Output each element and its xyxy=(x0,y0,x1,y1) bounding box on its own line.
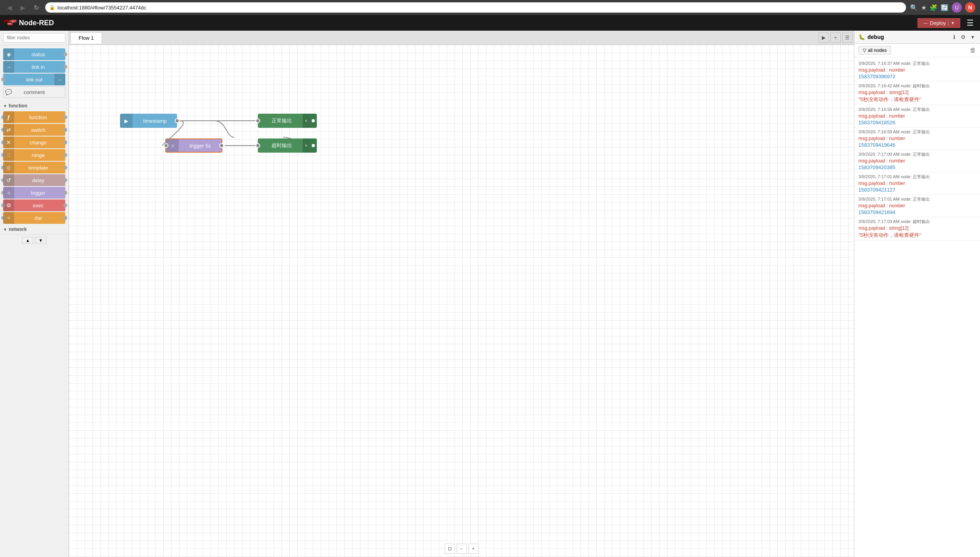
debug-message-0[interactable]: 3/9/2020, 7:16:37 AM node: 正常输出msg.paylo… xyxy=(854,59,980,81)
category-network-header[interactable]: ▼ network xyxy=(0,225,68,234)
debug-msg-key-5: msg.payload : number xyxy=(858,181,976,186)
normal-output-dot xyxy=(312,119,315,122)
debug-msg-header-6: 3/9/2020, 7:17:01 AM node: 正常输出 xyxy=(858,196,976,202)
node-delay[interactable]: ↺ delay xyxy=(3,174,65,186)
timeout-output-left-port xyxy=(255,143,260,148)
flow-canvas[interactable]: ▶ timestamp 正常输出 ≡ ⌽ trigg xyxy=(69,45,854,557)
change-icon: ✕ xyxy=(3,136,14,148)
debug-settings-button[interactable]: ⚙ xyxy=(959,33,968,41)
zoom-out-button[interactable]: − xyxy=(457,544,467,554)
debug-message-2[interactable]: 3/9/2020, 7:16:58 AM node: 正常输出msg.paylo… xyxy=(854,105,980,127)
node-template[interactable]: {} template xyxy=(3,162,65,173)
node-trigger[interactable]: ⌽ trigger xyxy=(3,187,65,199)
rbe-right-port xyxy=(63,216,67,220)
search-icon[interactable]: 🔍 xyxy=(910,4,918,11)
debug-msg-key-2: msg.payload : number xyxy=(858,113,976,119)
debug-msg-header-2: 3/9/2020, 7:16:58 AM node: 正常输出 xyxy=(858,107,976,113)
debug-msg-header-7: 3/9/2020, 7:17:03 AM node: 超时输出 xyxy=(858,219,976,225)
node-exec[interactable]: ⚙ exec xyxy=(3,199,65,211)
bookmark-icon[interactable]: ★ xyxy=(921,4,926,11)
scroll-down-button[interactable]: ▼ xyxy=(35,237,46,244)
function-icon: ƒ xyxy=(3,111,14,123)
extension-icon[interactable]: 🧩 xyxy=(930,4,937,11)
node-rbe[interactable]: ⌗ rbe xyxy=(3,212,65,224)
debug-msg-value-2: 1583709418526 xyxy=(858,120,976,125)
flow-node-timeout-output[interactable]: 超时输出 ≡ xyxy=(258,138,317,153)
template-icon: {} xyxy=(3,162,14,173)
category-function: ▼ function ƒ function ⇄ switch xyxy=(0,101,68,225)
timeout-output-menu[interactable]: ≡ xyxy=(303,138,310,153)
debug-message-1[interactable]: 3/9/2020, 7:16:42 AM node: 超时输出msg.paylo… xyxy=(854,81,980,105)
deploy-icon: — xyxy=(924,21,928,25)
timeout-output-label: 超时输出 xyxy=(258,142,303,149)
node-status[interactable]: ◈ status xyxy=(3,48,65,60)
timeout-output-dot xyxy=(312,144,315,147)
back-button[interactable]: ◀ xyxy=(5,3,14,12)
flow-node-timestamp[interactable]: ▶ timestamp xyxy=(120,114,177,128)
reload-button[interactable]: ↻ xyxy=(31,3,41,12)
header-actions: — Deploy ▾ ☰ xyxy=(917,17,976,28)
delay-right-port xyxy=(63,178,67,182)
debug-clear-button[interactable]: 🗑 xyxy=(970,47,976,54)
debug-msg-header-3: 3/9/2020, 7:16:59 AM node: 正常输出 xyxy=(858,129,976,135)
debug-message-5[interactable]: 3/9/2020, 7:17:01 AM node: 正常输出msg.paylo… xyxy=(854,172,980,195)
category-network-arrow: ▼ xyxy=(3,227,7,232)
category-function-header[interactable]: ▼ function xyxy=(0,101,68,111)
timestamp-right-port xyxy=(175,118,179,123)
menu-button[interactable]: ☰ xyxy=(964,17,976,28)
flow-node-trigger5s[interactable]: ⌽ trigger 5s xyxy=(165,138,222,153)
user-avatar[interactable]: U xyxy=(952,2,962,13)
flow-node-normal-output[interactable]: 正常输出 ≡ xyxy=(258,114,317,128)
debug-chevron-button[interactable]: ▾ xyxy=(969,33,976,41)
forward-button[interactable]: ▶ xyxy=(18,3,28,12)
flow-run-button[interactable]: ▶ xyxy=(819,33,829,43)
url-bar[interactable]: 🔒 localhost:1880/#flow/73554227.4474dc xyxy=(45,2,906,13)
logo-icon xyxy=(4,18,17,27)
deploy-button[interactable]: — Deploy ▾ xyxy=(917,18,960,28)
status-node-icon: ◈ xyxy=(3,48,14,60)
app-title: Node-RED xyxy=(19,19,54,27)
node-range[interactable]: ⁚⁚ range xyxy=(3,149,65,161)
scroll-up-button[interactable]: ▲ xyxy=(22,237,33,244)
debug-message-7[interactable]: 3/9/2020, 7:17:03 AM node: 超时输出msg.paylo… xyxy=(854,217,980,241)
app: Node-RED — Deploy ▾ ☰ ◈ status xyxy=(0,15,980,557)
trigger-right-port xyxy=(63,191,67,195)
flow-add-button[interactable]: + xyxy=(830,33,841,43)
debug-message-4[interactable]: 3/9/2020, 7:17:00 AM node: 正常输出msg.paylo… xyxy=(854,150,980,172)
debug-message-6[interactable]: 3/9/2020, 7:17:01 AM node: 正常输出msg.paylo… xyxy=(854,195,980,217)
top-nodes: ◈ status → link in link out → xyxy=(0,45,68,101)
debug-panel-actions: ℹ ⚙ ▾ xyxy=(951,33,976,41)
normal-output-menu[interactable]: ≡ xyxy=(303,114,310,128)
node-link-out[interactable]: link out → xyxy=(3,74,65,85)
trigger5s-label: trigger 5s xyxy=(179,143,222,149)
debug-msg-value-4: 1583709420385 xyxy=(858,164,976,170)
app-icon[interactable]: N xyxy=(965,2,975,13)
debug-message-3[interactable]: 3/9/2020, 7:16:59 AM node: 正常输出msg.paylo… xyxy=(854,127,980,150)
node-comment[interactable]: 💬 comment xyxy=(3,86,65,98)
debug-panel-header: 🐛 debug ℹ ⚙ ▾ xyxy=(854,31,980,44)
debug-filter-bar: ▽ all nodes 🗑 xyxy=(854,44,980,57)
main-layout: ◈ status → link in link out → xyxy=(0,31,980,557)
debug-filter-button[interactable]: ▽ all nodes xyxy=(858,46,891,55)
debug-msg-value-5: 1583709421127 xyxy=(858,187,976,193)
node-function[interactable]: ƒ function xyxy=(3,111,65,123)
category-function-arrow: ▼ xyxy=(3,104,7,108)
canvas-fit-button[interactable]: ⊡ xyxy=(445,544,455,554)
zoom-in-button[interactable]: + xyxy=(468,544,479,554)
node-switch[interactable]: ⇄ switch xyxy=(3,124,65,136)
flow-tab-1-label: Flow 1 xyxy=(79,35,94,41)
sync-icon[interactable]: 🔄 xyxy=(941,4,949,11)
trigger-icon: ⌽ xyxy=(3,187,14,199)
debug-title-label: debug xyxy=(867,34,884,40)
search-container xyxy=(0,31,68,45)
node-link-in[interactable]: → link in xyxy=(3,61,65,73)
debug-msg-header-1: 3/9/2020, 7:16:42 AM node: 超时输出 xyxy=(858,83,976,89)
link-in-icon: → xyxy=(3,61,14,73)
node-change[interactable]: ✕ change xyxy=(3,136,65,148)
search-input[interactable] xyxy=(3,33,65,42)
filter-label: all nodes xyxy=(868,48,887,53)
flow-tab-1[interactable]: Flow 1 xyxy=(70,32,102,44)
debug-info-button[interactable]: ℹ xyxy=(951,33,957,41)
debug-msg-key-0: msg.payload : number xyxy=(858,67,976,73)
flow-list-button[interactable]: ☰ xyxy=(842,33,852,43)
